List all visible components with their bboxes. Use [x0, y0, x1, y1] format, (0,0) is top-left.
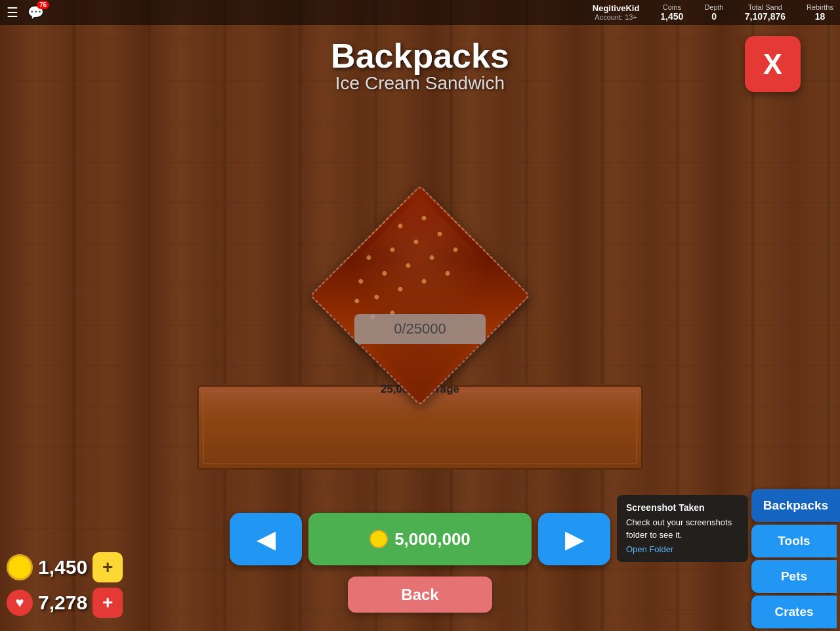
coin-icon — [7, 554, 33, 580]
dot-1 — [421, 215, 427, 221]
close-icon: X — [763, 48, 782, 81]
health-value: 7,278 — [38, 592, 87, 614]
dot-9 — [405, 263, 411, 269]
buy-price: 5,000,000 — [394, 529, 471, 550]
dot-8 — [389, 246, 396, 253]
close-button[interactable]: X — [745, 36, 801, 92]
dot-6 — [429, 254, 435, 261]
item-title: Backpacks — [331, 36, 509, 76]
stat-depth: Depth 0 — [704, 3, 723, 22]
right-menu-backpacks[interactable]: Backpacks — [751, 489, 840, 522]
screenshot-notif-message: Check out your screenshots folder to see… — [626, 517, 739, 540]
dot-2 — [436, 230, 443, 237]
storage-display: 0/25000 — [354, 314, 486, 344]
right-menu-tools[interactable]: Tools — [751, 525, 837, 557]
header-bar: ☰ 💬 76 NegitiveKid Account: 13+ Coins 1,… — [0, 0, 840, 25]
dot-14 — [358, 278, 364, 285]
stat-username: NegitiveKid Account: 13+ — [593, 3, 640, 22]
backpacks-label: Backpacks — [763, 498, 828, 513]
item-display — [308, 190, 532, 414]
back-button[interactable]: Back — [348, 577, 492, 613]
buy-button[interactable]: 5,000,000 — [308, 513, 532, 565]
chat-icon[interactable]: 💬 76 — [28, 5, 44, 20]
stat-total-sand: Total Sand 7,107,876 — [745, 3, 786, 22]
stat-coins: Coins 1,450 — [660, 3, 683, 22]
right-menu-pets[interactable]: Pets — [751, 560, 837, 593]
heart-icon — [7, 590, 33, 616]
dot-4 — [397, 223, 404, 229]
coin-row: 1,450 + — [7, 552, 123, 582]
health-plus-button[interactable]: + — [93, 588, 123, 618]
item-subtitle: Ice Cream Sandwich — [331, 73, 509, 94]
coin-plus-button[interactable]: + — [93, 552, 123, 582]
title-area: Backpacks Ice Cream Sandwich — [331, 36, 509, 94]
dot-3 — [452, 246, 459, 253]
crates-label: Crates — [774, 605, 813, 619]
right-menu: Backpacks Tools Pets Crates — [751, 489, 840, 631]
chat-badge: 76 — [37, 1, 49, 9]
open-folder-link[interactable]: Open Folder — [626, 544, 739, 555]
right-menu-crates[interactable]: Crates — [751, 596, 837, 628]
dot-5 — [413, 238, 419, 245]
pets-label: Pets — [781, 569, 807, 584]
coin-icon-buy — [369, 530, 388, 548]
storage-text: 0/25000 — [394, 320, 446, 337]
screenshot-notification: Screenshot Taken Check out your screensh… — [617, 495, 748, 562]
stat-rebirths: Rebirths 18 — [807, 3, 833, 22]
nav-area: 5,000,000 — [230, 513, 610, 565]
dot-12 — [381, 271, 388, 277]
tools-label: Tools — [778, 534, 810, 548]
coin-value: 1,450 — [38, 556, 87, 578]
menu-icon[interactable]: ☰ — [7, 5, 18, 20]
dot-17 — [354, 298, 360, 305]
health-row: 7,278 + — [7, 588, 123, 618]
dot-15 — [373, 294, 380, 301]
item-image — [310, 185, 531, 406]
dot-7 — [444, 271, 451, 277]
screenshot-notif-title: Screenshot Taken — [626, 502, 739, 515]
dot-10 — [421, 278, 427, 285]
dot-11 — [366, 254, 372, 261]
dot-13 — [397, 286, 404, 293]
nav-left-button[interactable] — [230, 513, 302, 565]
header-stats: NegitiveKid Account: 13+ Coins 1,450 Dep… — [593, 3, 833, 22]
bottom-left-resources: 1,450 + 7,278 + — [7, 552, 123, 618]
back-label: Back — [401, 586, 438, 604]
nav-right-button[interactable] — [538, 513, 610, 565]
